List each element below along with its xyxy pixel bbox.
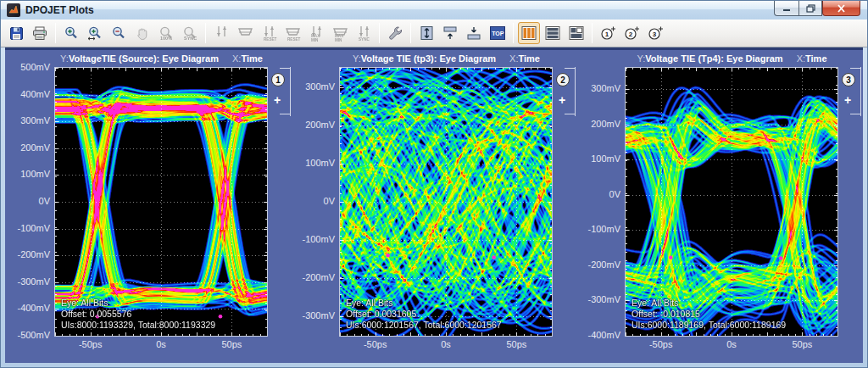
plot-number-badge[interactable]: 2 <box>556 73 570 86</box>
toolbar-separator <box>592 23 593 43</box>
vertical-cursors-button <box>210 22 232 44</box>
x-axis-title: Time <box>805 53 826 64</box>
vertical-cursors-maxmin-button: MAXMIN <box>305 22 327 44</box>
y-axis-title: Voltage TIE (tp3): Eye Diagram <box>361 53 496 64</box>
circle-number-icon: 3 <box>648 25 664 41</box>
x-axis-title: X: <box>509 53 518 64</box>
plot-number-badge[interactable]: 1 <box>271 73 285 86</box>
minimize-button[interactable] <box>774 1 798 16</box>
y-axis-tick-label: -200mV <box>8 249 50 259</box>
plot-title: Y:Voltage TIE (tp3): Eye DiagramX:Time <box>318 53 575 64</box>
y-axis-tick-label: 0V <box>292 196 335 206</box>
svg-text:1: 1 <box>604 31 609 38</box>
add-cursor-plot3-button[interactable]: 3 <box>644 22 666 44</box>
marker-track <box>290 67 291 116</box>
circle-number-icon: 2 <box>624 25 640 41</box>
svg-text:RESET: RESET <box>264 36 277 41</box>
floppy-icon <box>9 26 24 41</box>
y-axis-tick-label: 100mV <box>292 158 335 168</box>
y-axis-title: Y: <box>60 53 69 64</box>
eye-diagram-plot-2[interactable]: Eye: All BitsOffset: 0.0031605UIs:6000:1… <box>339 67 553 337</box>
plot-workspace: Y:VoltageTIE (Source): Eye DiagramX:Time… <box>5 47 863 363</box>
zoom-out-button[interactable] <box>108 22 130 44</box>
titlebar[interactable]: DPOJET Plots <box>1 1 867 20</box>
x-axis-tick-label: 0s <box>441 339 451 349</box>
x-axis-tick-label: 50ps <box>221 339 242 349</box>
eye-diagram-canvas-3[interactable] <box>626 68 837 336</box>
y-axis-title: Y: <box>637 53 645 64</box>
zoom-in-icon <box>64 25 79 41</box>
horizontal-cursors-maxmin-button: MAXMIN <box>329 22 351 44</box>
y-axis-tick-label: 300mV <box>292 81 335 92</box>
hand-icon <box>136 26 150 41</box>
x-axis-tick-label: -50ps <box>649 339 673 349</box>
align-top-button[interactable] <box>439 22 461 44</box>
printer-icon <box>32 26 47 41</box>
plot-marker-column: 3+ <box>839 67 863 337</box>
add-marker-button[interactable]: + <box>274 93 281 107</box>
svg-text:100%: 100% <box>160 36 172 41</box>
marker-tick <box>850 68 861 69</box>
top-icon: TOP <box>490 26 505 40</box>
layout-grid-icon <box>569 25 584 41</box>
align-bottom-button[interactable] <box>463 22 485 44</box>
add-marker-button[interactable]: + <box>844 93 851 107</box>
eye-diagram-plot-3[interactable]: Eye: All BitsOffset: -0.010815UIs:6000:1… <box>625 67 838 337</box>
toolbar-separator <box>205 23 206 43</box>
uis-readout: UIs:6000:1201567, Total:6000:1201567 <box>346 320 502 330</box>
y-axis-tick-label: -500mV <box>8 330 50 340</box>
marker-tick <box>280 68 291 69</box>
add-cursor-plot1-button[interactable]: 1 <box>597 22 619 44</box>
zoom-out-icon <box>111 25 126 41</box>
plot-number-badge[interactable]: 3 <box>842 73 855 86</box>
eye-diagram-canvas-2[interactable] <box>340 68 552 336</box>
zoom-horizontal-button[interactable] <box>84 22 106 44</box>
x-axis-tick-label: -50ps <box>79 339 103 349</box>
y-axis-tick-label: 200mV <box>8 142 50 153</box>
y-axis-tick-label: 300mV <box>8 115 50 125</box>
hcursors-icon: MAXMIN <box>332 25 348 42</box>
always-on-top-button[interactable]: TOP <box>487 22 509 44</box>
zoom-horizontal-icon <box>87 25 103 41</box>
eye-source-readout: Eye: All Bits <box>346 298 392 308</box>
eye-diagram-plot-1[interactable]: Eye: All BitsOffset: 0.0055576UIs:8000:1… <box>54 67 268 337</box>
layout-columns-icon <box>521 25 537 41</box>
configure-button[interactable] <box>384 22 406 44</box>
svg-text:SYNC: SYNC <box>184 36 197 41</box>
close-button[interactable] <box>822 1 860 16</box>
add-marker-button[interactable]: + <box>559 93 565 107</box>
plot-title: Y:Voltage TIE (Tp4): Eye DiagramX:Time <box>604 53 860 64</box>
layout-rows-icon <box>545 25 560 41</box>
y-axis-tick-label: -100mV <box>578 224 620 234</box>
offset-readout: Offset: 0.0055576 <box>61 309 131 319</box>
plot-panel-2: Y:Voltage TIE (tp3): Eye DiagramX:Time30… <box>292 50 578 360</box>
svg-text:MIN: MIN <box>311 37 319 42</box>
x-axis-title: Time <box>519 53 540 64</box>
zoom-in-button[interactable] <box>60 22 82 44</box>
horizontal-cursors-reset-button: RESET <box>281 22 303 44</box>
add-cursor-plot2-button[interactable]: 2 <box>620 22 643 44</box>
y-axis-title: Voltage TIE (Tp4): Eye Diagram <box>645 53 782 64</box>
toolbar-separator <box>55 23 56 43</box>
toolbar-separator <box>410 23 411 43</box>
y-axis-tick-label: -100mV <box>292 234 335 244</box>
eye-diagram-canvas-1[interactable] <box>55 68 267 336</box>
svg-text:2: 2 <box>628 31 632 38</box>
vcursors-icon: SYNC <box>356 25 372 42</box>
save-button[interactable] <box>5 22 27 44</box>
layout-rows-button[interactable] <box>542 22 564 44</box>
align-bottom-icon <box>466 25 481 41</box>
x-axis-title: X: <box>232 53 241 64</box>
y-axis-title: VoltageTIE (Source): Eye Diagram <box>69 53 219 64</box>
hcursors-icon <box>237 25 253 42</box>
y-axis-tick-label: 400mV <box>8 89 50 99</box>
svg-text:MIN: MIN <box>335 37 342 42</box>
print-button[interactable] <box>29 22 51 44</box>
layout-grid-button[interactable] <box>565 22 587 44</box>
fit-vertical-button[interactable] <box>415 22 437 44</box>
y-axis-tick-label: 300mV <box>578 83 620 93</box>
svg-text:TOP: TOP <box>492 31 504 36</box>
zoom-text-icon: 100% <box>159 25 174 41</box>
layout-columns-button[interactable] <box>518 22 540 44</box>
restore-button[interactable] <box>798 1 822 16</box>
